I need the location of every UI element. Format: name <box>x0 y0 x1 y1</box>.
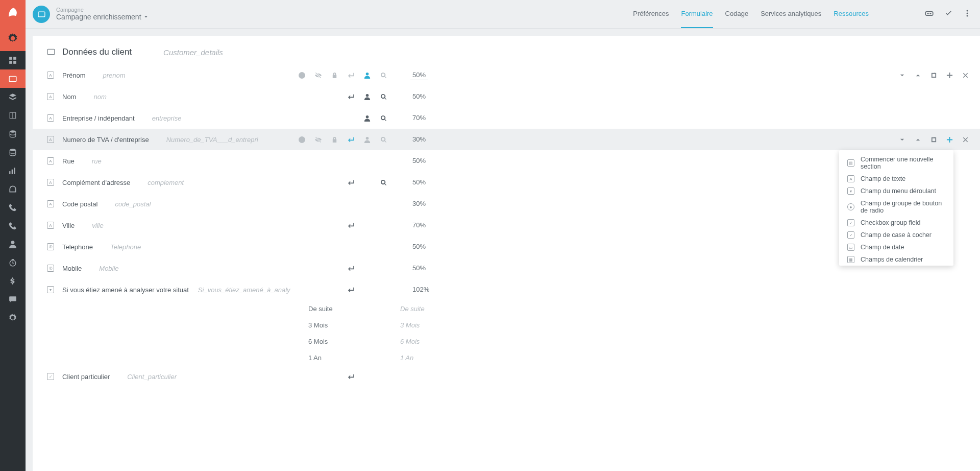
dd-text-field[interactable]: AChamp de texte <box>839 173 953 185</box>
info-icon[interactable] <box>298 72 305 79</box>
field-row-tva[interactable]: A Numero de TVA / d'entreprise Numero_de… <box>33 129 980 150</box>
dd-radio-field[interactable]: ●Champ de groupe de bouton de radio <box>839 197 953 217</box>
return-icon[interactable] <box>347 179 354 186</box>
dd-dropdown-field[interactable]: ▾Champ du menu déroulant <box>839 185 953 197</box>
return-icon[interactable] <box>347 72 354 79</box>
campaign-title-dropdown[interactable]: Campagne enrichissement <box>56 13 149 21</box>
dd-new-section[interactable]: ▤Commencer une nouvelle section <box>839 153 953 173</box>
user-icon[interactable] <box>363 93 371 100</box>
return-icon[interactable] <box>347 265 354 272</box>
option-de-suite[interactable]: De suite De suite <box>33 300 980 317</box>
field-label: Mobile <box>62 265 82 272</box>
delete-icon[interactable] <box>962 72 969 79</box>
nav-layers[interactable] <box>0 88 26 106</box>
nav-billing[interactable] <box>0 272 26 290</box>
campaign-icon <box>33 6 50 23</box>
tab-services-analytiques[interactable]: Services analytiques <box>761 0 821 28</box>
search-icon[interactable] <box>380 72 387 79</box>
field-label: Code postal <box>62 200 97 208</box>
dd-checkbox-field[interactable]: ✓Champ de case à cocher <box>839 229 953 241</box>
field-type-phone-icon: ✆ <box>47 243 56 250</box>
user-icon[interactable] <box>363 72 371 79</box>
return-icon[interactable] <box>347 287 354 293</box>
eyeoff-icon[interactable] <box>314 72 322 79</box>
nav-phone2[interactable] <box>0 217 26 235</box>
return-icon[interactable] <box>347 136 354 143</box>
settings-gear[interactable] <box>0 26 26 51</box>
lock-icon[interactable] <box>331 136 338 143</box>
move-down-icon[interactable] <box>899 72 905 79</box>
search-icon[interactable] <box>380 136 387 143</box>
add-field-dropdown[interactable]: ▤Commencer une nouvelle section AChamp d… <box>839 150 953 266</box>
field-type-text-icon: A <box>47 136 56 143</box>
nav-dashboard[interactable] <box>0 51 26 69</box>
nav-support[interactable] <box>0 180 26 198</box>
field-row-complement[interactable]: A Complément d'adresse complement 50% <box>33 172 980 193</box>
nav-db2[interactable] <box>0 143 26 161</box>
option-6-mois[interactable]: 6 Mois 6 Mois <box>33 333 980 349</box>
more-icon[interactable] <box>964 10 971 18</box>
user-icon[interactable] <box>363 136 371 143</box>
nav-timer[interactable] <box>0 253 26 272</box>
add-icon[interactable] <box>946 72 953 79</box>
field-label: Numero de TVA / d'entreprise <box>62 136 149 144</box>
field-row-client-particulier[interactable]: ✓ Client particulier Client_particulier <box>33 366 980 387</box>
app-logo[interactable] <box>0 0 26 26</box>
return-icon[interactable] <box>347 222 354 229</box>
option-3-mois[interactable]: 3 Mois 3 Mois <box>33 317 980 333</box>
tab-formulaire[interactable]: Formulaire <box>681 0 713 28</box>
search-icon[interactable] <box>380 179 387 186</box>
field-slug: Mobile <box>99 265 118 272</box>
nav-phone[interactable] <box>0 198 26 217</box>
eyeoff-icon[interactable] <box>314 136 322 143</box>
field-width[interactable]: 50% <box>410 70 428 80</box>
edit-icon[interactable] <box>930 136 937 143</box>
return-icon[interactable] <box>347 93 354 100</box>
delete-icon[interactable] <box>962 136 969 143</box>
user-icon[interactable] <box>363 115 371 122</box>
move-up-icon[interactable] <box>915 136 921 143</box>
nav-campaign[interactable] <box>0 69 26 88</box>
field-row-rue[interactable]: A Rue rue 50% <box>33 150 980 172</box>
preview-icon[interactable] <box>925 9 934 19</box>
tab-ressources[interactable]: Ressources <box>834 0 869 28</box>
field-row-entreprise[interactable]: A Entreprise / indépendant entreprise 70… <box>33 107 980 129</box>
dd-checkbox-group[interactable]: ✓Checkbox group field <box>839 217 953 229</box>
return-icon[interactable] <box>347 373 354 380</box>
lock-icon[interactable] <box>331 72 338 79</box>
field-row-prenom[interactable]: A Prénom prenom 50% <box>33 64 980 86</box>
confirm-icon[interactable] <box>945 10 952 19</box>
dd-date-field[interactable]: ▭Champ de date <box>839 241 953 253</box>
nav-stats[interactable] <box>0 161 26 180</box>
nav-training[interactable] <box>0 106 26 125</box>
option-slug: 6 Mois <box>400 338 420 345</box>
field-width: 70% <box>410 113 428 123</box>
field-slug: entreprise <box>152 114 182 122</box>
breadcrumb: Campagne <box>56 7 149 13</box>
field-row-telephone[interactable]: ✆ Telephone Telephone 50% <box>33 236 980 257</box>
nav-user[interactable] <box>0 235 26 253</box>
field-width[interactable]: 30% <box>410 134 428 145</box>
edit-icon[interactable] <box>930 72 937 79</box>
field-slug: Telephone <box>110 243 141 251</box>
move-up-icon[interactable] <box>915 72 921 79</box>
tab-codage[interactable]: Codage <box>725 0 749 28</box>
nav-chat[interactable] <box>0 290 26 309</box>
info-icon[interactable] <box>298 136 305 143</box>
field-row-analyser[interactable]: ▾ Si vous étiez amené à analyser votre s… <box>33 279 980 300</box>
field-slug: prenom <box>103 72 126 79</box>
field-row-nom[interactable]: A Nom nom 50% <box>33 86 980 107</box>
nav-db1[interactable] <box>0 125 26 143</box>
add-icon[interactable] <box>946 136 953 143</box>
nav-settings[interactable] <box>0 309 26 327</box>
field-row-code-postal[interactable]: A Code postal code_postal 30% <box>33 193 980 215</box>
field-row-ville[interactable]: A Ville ville 70% <box>33 215 980 236</box>
search-icon[interactable] <box>380 115 387 122</box>
field-type-checkbox-icon: ✓ <box>47 373 56 380</box>
field-row-mobile[interactable]: ✆ Mobile Mobile 50% <box>33 257 980 279</box>
dd-calendar-field[interactable]: ▦Champs de calendrier <box>839 253 953 266</box>
search-icon[interactable] <box>380 93 387 100</box>
tab-preferences[interactable]: Préférences <box>633 0 669 28</box>
option-1-an[interactable]: 1 An 1 An <box>33 349 980 366</box>
move-down-icon[interactable] <box>899 136 905 143</box>
